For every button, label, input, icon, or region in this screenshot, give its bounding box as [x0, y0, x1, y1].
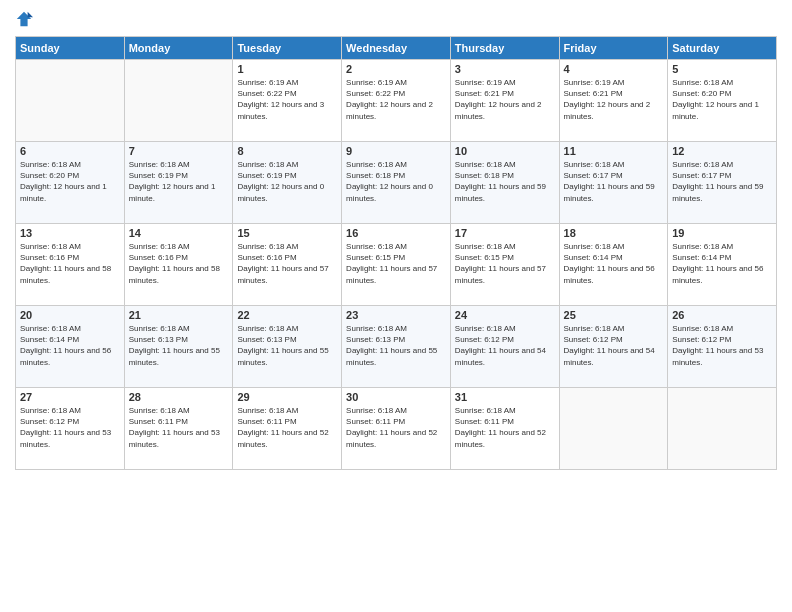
- calendar-cell: 25Sunrise: 6:18 AMSunset: 6:12 PMDayligh…: [559, 306, 668, 388]
- week-row-3: 13Sunrise: 6:18 AMSunset: 6:16 PMDayligh…: [16, 224, 777, 306]
- cell-info: Sunrise: 6:18 AMSunset: 6:13 PMDaylight:…: [346, 323, 446, 368]
- cell-info: Sunrise: 6:18 AMSunset: 6:16 PMDaylight:…: [20, 241, 120, 286]
- day-number: 2: [346, 63, 446, 75]
- cell-info: Sunrise: 6:18 AMSunset: 6:13 PMDaylight:…: [237, 323, 337, 368]
- calendar-cell: 2Sunrise: 6:19 AMSunset: 6:22 PMDaylight…: [342, 60, 451, 142]
- cell-info: Sunrise: 6:18 AMSunset: 6:14 PMDaylight:…: [20, 323, 120, 368]
- calendar-cell: 13Sunrise: 6:18 AMSunset: 6:16 PMDayligh…: [16, 224, 125, 306]
- calendar-cell: 16Sunrise: 6:18 AMSunset: 6:15 PMDayligh…: [342, 224, 451, 306]
- cell-info: Sunrise: 6:18 AMSunset: 6:20 PMDaylight:…: [672, 77, 772, 122]
- calendar-cell: 22Sunrise: 6:18 AMSunset: 6:13 PMDayligh…: [233, 306, 342, 388]
- cell-info: Sunrise: 6:18 AMSunset: 6:11 PMDaylight:…: [346, 405, 446, 450]
- day-number: 14: [129, 227, 229, 239]
- cell-info: Sunrise: 6:18 AMSunset: 6:12 PMDaylight:…: [672, 323, 772, 368]
- week-row-4: 20Sunrise: 6:18 AMSunset: 6:14 PMDayligh…: [16, 306, 777, 388]
- week-row-2: 6Sunrise: 6:18 AMSunset: 6:20 PMDaylight…: [16, 142, 777, 224]
- day-number: 12: [672, 145, 772, 157]
- day-number: 19: [672, 227, 772, 239]
- calendar-cell: 21Sunrise: 6:18 AMSunset: 6:13 PMDayligh…: [124, 306, 233, 388]
- cell-info: Sunrise: 6:19 AMSunset: 6:21 PMDaylight:…: [564, 77, 664, 122]
- day-number: 28: [129, 391, 229, 403]
- cell-info: Sunrise: 6:18 AMSunset: 6:11 PMDaylight:…: [237, 405, 337, 450]
- day-number: 27: [20, 391, 120, 403]
- cell-info: Sunrise: 6:19 AMSunset: 6:21 PMDaylight:…: [455, 77, 555, 122]
- calendar-cell: 20Sunrise: 6:18 AMSunset: 6:14 PMDayligh…: [16, 306, 125, 388]
- cell-info: Sunrise: 6:18 AMSunset: 6:16 PMDaylight:…: [237, 241, 337, 286]
- calendar-cell: 29Sunrise: 6:18 AMSunset: 6:11 PMDayligh…: [233, 388, 342, 470]
- cell-info: Sunrise: 6:18 AMSunset: 6:12 PMDaylight:…: [564, 323, 664, 368]
- week-row-1: 1Sunrise: 6:19 AMSunset: 6:22 PMDaylight…: [16, 60, 777, 142]
- cell-info: Sunrise: 6:18 AMSunset: 6:15 PMDaylight:…: [346, 241, 446, 286]
- cell-info: Sunrise: 6:18 AMSunset: 6:17 PMDaylight:…: [672, 159, 772, 204]
- cell-info: Sunrise: 6:18 AMSunset: 6:17 PMDaylight:…: [564, 159, 664, 204]
- day-header-sunday: Sunday: [16, 37, 125, 60]
- cell-info: Sunrise: 6:19 AMSunset: 6:22 PMDaylight:…: [346, 77, 446, 122]
- calendar-cell: 30Sunrise: 6:18 AMSunset: 6:11 PMDayligh…: [342, 388, 451, 470]
- svg-marker-1: [28, 12, 33, 17]
- week-row-5: 27Sunrise: 6:18 AMSunset: 6:12 PMDayligh…: [16, 388, 777, 470]
- day-number: 18: [564, 227, 664, 239]
- day-number: 11: [564, 145, 664, 157]
- calendar-cell: [668, 388, 777, 470]
- cell-info: Sunrise: 6:18 AMSunset: 6:14 PMDaylight:…: [672, 241, 772, 286]
- day-number: 20: [20, 309, 120, 321]
- cell-info: Sunrise: 6:18 AMSunset: 6:20 PMDaylight:…: [20, 159, 120, 204]
- cell-info: Sunrise: 6:18 AMSunset: 6:14 PMDaylight:…: [564, 241, 664, 286]
- day-number: 16: [346, 227, 446, 239]
- calendar-cell: 6Sunrise: 6:18 AMSunset: 6:20 PMDaylight…: [16, 142, 125, 224]
- calendar-cell: [16, 60, 125, 142]
- calendar-cell: 18Sunrise: 6:18 AMSunset: 6:14 PMDayligh…: [559, 224, 668, 306]
- calendar-cell: 31Sunrise: 6:18 AMSunset: 6:11 PMDayligh…: [450, 388, 559, 470]
- day-number: 7: [129, 145, 229, 157]
- calendar-cell: 11Sunrise: 6:18 AMSunset: 6:17 PMDayligh…: [559, 142, 668, 224]
- day-header-wednesday: Wednesday: [342, 37, 451, 60]
- day-number: 24: [455, 309, 555, 321]
- day-number: 13: [20, 227, 120, 239]
- header-row: SundayMondayTuesdayWednesdayThursdayFrid…: [16, 37, 777, 60]
- day-number: 31: [455, 391, 555, 403]
- calendar-cell: 28Sunrise: 6:18 AMSunset: 6:11 PMDayligh…: [124, 388, 233, 470]
- day-header-thursday: Thursday: [450, 37, 559, 60]
- calendar-cell: 4Sunrise: 6:19 AMSunset: 6:21 PMDaylight…: [559, 60, 668, 142]
- day-number: 23: [346, 309, 446, 321]
- calendar-cell: 15Sunrise: 6:18 AMSunset: 6:16 PMDayligh…: [233, 224, 342, 306]
- calendar-cell: [559, 388, 668, 470]
- cell-info: Sunrise: 6:18 AMSunset: 6:11 PMDaylight:…: [129, 405, 229, 450]
- day-number: 17: [455, 227, 555, 239]
- day-number: 1: [237, 63, 337, 75]
- calendar-cell: 19Sunrise: 6:18 AMSunset: 6:14 PMDayligh…: [668, 224, 777, 306]
- day-number: 3: [455, 63, 555, 75]
- day-header-tuesday: Tuesday: [233, 37, 342, 60]
- day-header-saturday: Saturday: [668, 37, 777, 60]
- cell-info: Sunrise: 6:18 AMSunset: 6:19 PMDaylight:…: [129, 159, 229, 204]
- logo: [15, 10, 37, 28]
- calendar-cell: 27Sunrise: 6:18 AMSunset: 6:12 PMDayligh…: [16, 388, 125, 470]
- calendar-cell: [124, 60, 233, 142]
- cell-info: Sunrise: 6:18 AMSunset: 6:16 PMDaylight:…: [129, 241, 229, 286]
- cell-info: Sunrise: 6:19 AMSunset: 6:22 PMDaylight:…: [237, 77, 337, 122]
- page-header: [15, 10, 777, 28]
- day-number: 26: [672, 309, 772, 321]
- day-number: 9: [346, 145, 446, 157]
- calendar-cell: 14Sunrise: 6:18 AMSunset: 6:16 PMDayligh…: [124, 224, 233, 306]
- calendar-cell: 10Sunrise: 6:18 AMSunset: 6:18 PMDayligh…: [450, 142, 559, 224]
- calendar-cell: 9Sunrise: 6:18 AMSunset: 6:18 PMDaylight…: [342, 142, 451, 224]
- logo-icon: [15, 10, 33, 28]
- day-number: 30: [346, 391, 446, 403]
- cell-info: Sunrise: 6:18 AMSunset: 6:19 PMDaylight:…: [237, 159, 337, 204]
- day-header-friday: Friday: [559, 37, 668, 60]
- cell-info: Sunrise: 6:18 AMSunset: 6:15 PMDaylight:…: [455, 241, 555, 286]
- day-number: 8: [237, 145, 337, 157]
- calendar-cell: 26Sunrise: 6:18 AMSunset: 6:12 PMDayligh…: [668, 306, 777, 388]
- calendar-cell: 8Sunrise: 6:18 AMSunset: 6:19 PMDaylight…: [233, 142, 342, 224]
- day-number: 5: [672, 63, 772, 75]
- day-number: 15: [237, 227, 337, 239]
- calendar-cell: 23Sunrise: 6:18 AMSunset: 6:13 PMDayligh…: [342, 306, 451, 388]
- cell-info: Sunrise: 6:18 AMSunset: 6:11 PMDaylight:…: [455, 405, 555, 450]
- day-number: 22: [237, 309, 337, 321]
- calendar-cell: 1Sunrise: 6:19 AMSunset: 6:22 PMDaylight…: [233, 60, 342, 142]
- calendar-cell: 5Sunrise: 6:18 AMSunset: 6:20 PMDaylight…: [668, 60, 777, 142]
- day-number: 6: [20, 145, 120, 157]
- cell-info: Sunrise: 6:18 AMSunset: 6:13 PMDaylight:…: [129, 323, 229, 368]
- calendar-cell: 3Sunrise: 6:19 AMSunset: 6:21 PMDaylight…: [450, 60, 559, 142]
